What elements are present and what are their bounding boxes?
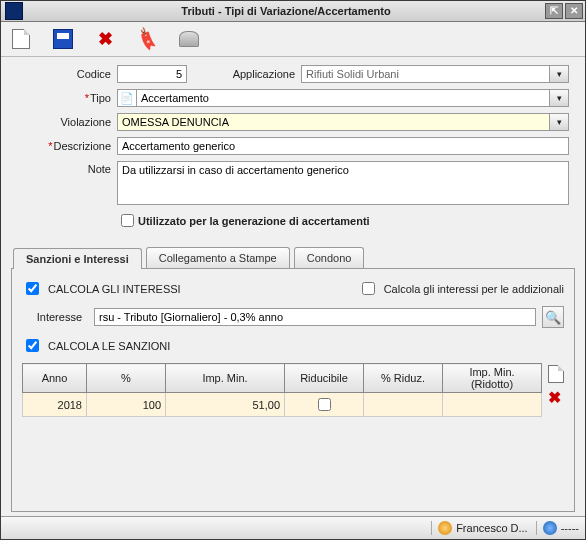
restore-button[interactable]: ⇱ [545, 3, 563, 19]
tab-body: CALCOLA GLI INTERESSI Calcola gli intere… [11, 268, 575, 512]
app-icon [5, 2, 23, 20]
codice-input[interactable] [117, 65, 187, 83]
label-tipo: Tipo [17, 92, 117, 104]
label-calc-sanzioni: CALCOLA LE SANZIONI [48, 340, 170, 352]
label-note: Note [17, 161, 117, 175]
save-icon [53, 29, 73, 49]
tipo-icon: 📄 [117, 89, 136, 107]
calc-sanzioni-checkbox[interactable] [26, 339, 39, 352]
status-icon [543, 521, 557, 535]
table-row[interactable]: 2018 100 51,00 [23, 393, 542, 417]
extra-button[interactable] [179, 29, 199, 49]
riducibile-checkbox[interactable] [318, 398, 331, 411]
tab-sanzioni[interactable]: Sanzioni e Interessi [13, 248, 142, 269]
th-perc: % [87, 364, 166, 393]
label-calc-addizionali: Calcola gli interessi per le addizionali [384, 283, 564, 295]
status-user-name: Francesco D... [456, 522, 528, 534]
titlebar: Tributi - Tipi di Variazione/Accertament… [1, 1, 585, 22]
tipo-dropdown[interactable]: ▾ [549, 89, 569, 107]
attach-button[interactable]: 🔖 [137, 29, 157, 49]
extra-icon [179, 31, 199, 47]
cell-anno[interactable]: 2018 [23, 393, 87, 417]
toolbar: ✖ 🔖 [1, 22, 585, 57]
th-impminrid: Imp. Min. (Ridotto) [443, 364, 542, 393]
new-button[interactable] [11, 29, 31, 49]
label-descrizione: Descrizione [17, 140, 117, 152]
applicazione-dropdown[interactable]: ▾ [549, 65, 569, 83]
note-textarea[interactable]: Da utilizzarsi in caso di accertamento g… [117, 161, 569, 205]
new-icon [12, 29, 30, 49]
interesse-input[interactable] [94, 308, 536, 326]
utilizzo-checkbox[interactable] [121, 214, 134, 227]
tipo-input[interactable] [136, 89, 549, 107]
user-icon [438, 521, 452, 535]
cell-impminrid[interactable] [443, 393, 542, 417]
tab-stampe[interactable]: Collegamento a Stampe [146, 247, 290, 268]
th-riducibile: Riducibile [285, 364, 364, 393]
attach-icon: 🔖 [133, 25, 161, 53]
cell-percrid[interactable] [364, 393, 443, 417]
status-other: ----- [536, 521, 579, 535]
applicazione-select [301, 65, 549, 83]
calc-interessi-checkbox[interactable] [26, 282, 39, 295]
delete-icon: ✖ [548, 389, 561, 406]
status-user: Francesco D... [431, 521, 528, 535]
save-button[interactable] [53, 29, 73, 49]
descrizione-input[interactable] [117, 137, 569, 155]
cell-impmin[interactable]: 51,00 [166, 393, 285, 417]
search-icon: 🔍 [545, 310, 561, 325]
row-add-button[interactable] [548, 365, 564, 383]
cell-riducibile[interactable] [285, 393, 364, 417]
new-icon [548, 365, 564, 383]
delete-icon: ✖ [98, 30, 113, 48]
label-codice: Codice [17, 68, 117, 80]
cell-perc[interactable]: 100 [87, 393, 166, 417]
th-percrid: % Riduz. [364, 364, 443, 393]
label-utilizzo: Utilizzato per la generazione di accerta… [138, 215, 370, 227]
label-calc-interessi: CALCOLA GLI INTERESSI [48, 283, 181, 295]
label-interesse: Interesse [22, 311, 88, 323]
th-impmin: Imp. Min. [166, 364, 285, 393]
statusbar: Francesco D... ----- [1, 516, 585, 539]
th-anno: Anno [23, 364, 87, 393]
close-button[interactable]: ✕ [565, 3, 583, 19]
violazione-input[interactable] [117, 113, 549, 131]
sanzioni-table[interactable]: Anno % Imp. Min. Riducibile % Riduz. Imp… [22, 363, 542, 417]
violazione-dropdown[interactable]: ▾ [549, 113, 569, 131]
status-other-text: ----- [561, 522, 579, 534]
interesse-search-button[interactable]: 🔍 [542, 306, 564, 328]
row-delete-button[interactable]: ✖ [548, 389, 564, 407]
delete-button[interactable]: ✖ [95, 29, 115, 49]
tab-strip: Sanzioni e Interessi Collegamento a Stam… [1, 244, 585, 268]
tab-condono[interactable]: Condono [294, 247, 365, 268]
calc-addizionali-checkbox[interactable] [362, 282, 375, 295]
window-title: Tributi - Tipi di Variazione/Accertament… [27, 5, 545, 17]
label-violazione: Violazione [17, 116, 117, 128]
label-applicazione: Applicazione [217, 68, 301, 80]
